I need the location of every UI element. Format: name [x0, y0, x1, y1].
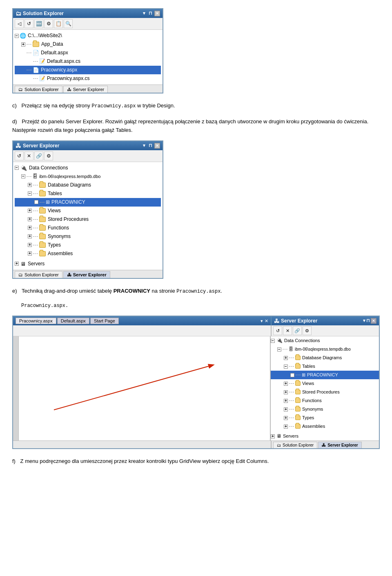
- dc-expander[interactable]: −: [15, 166, 19, 170]
- tab-server-1[interactable]: 🖧 Server Explorer: [63, 271, 110, 278]
- tree-functions-1[interactable]: + Functions: [15, 224, 161, 232]
- appdata-expander[interactable]: +: [21, 42, 25, 47]
- right-dc-exp[interactable]: −: [271, 339, 275, 343]
- tree-assemblies-1[interactable]: + Assemblies: [15, 249, 161, 258]
- right-tb-3[interactable]: 🔗: [293, 326, 302, 335]
- right-func-exp[interactable]: +: [284, 399, 288, 403]
- tree-pracownicy-1[interactable]: + ⊞ PRACOWNICY: [15, 198, 161, 207]
- right-tree-tables[interactable]: − Tables: [271, 362, 379, 371]
- toolbar-btn-2[interactable]: ↺: [24, 19, 33, 28]
- types-expander[interactable]: +: [28, 243, 32, 247]
- right-pin[interactable]: ▾: [363, 318, 365, 324]
- views-label: Views: [48, 207, 61, 215]
- step-f: f) Z menu podręcznego dla umieszczonej p…: [12, 457, 380, 466]
- right-tree-diagrams[interactable]: + Database Diagrams: [271, 354, 379, 362]
- tree-types-1[interactable]: + Types: [15, 241, 161, 249]
- editor-pin[interactable]: ✕: [265, 318, 268, 324]
- se-tb-btn-4[interactable]: ⚙: [44, 151, 53, 160]
- tab-sol-icon-1: 🗂: [18, 272, 23, 277]
- tree-ibm-conn-1[interactable]: − 🗄 ibm-06\sqlexpress.tempdb.dbo: [15, 172, 161, 181]
- right-tree-types[interactable]: + Types: [271, 414, 379, 422]
- tree-item-root[interactable]: − 🌐 C:\...\WebSite2\: [15, 31, 161, 40]
- tab-solution-explorer-1[interactable]: 🗂 Solution Explorer: [15, 86, 62, 93]
- pin-icon[interactable]: ▾: [142, 11, 147, 16]
- right-ibm-exp[interactable]: −: [277, 347, 281, 351]
- right-tree-syn[interactable]: + Synonyms: [271, 405, 379, 414]
- close-button-2[interactable]: ✕: [154, 143, 160, 149]
- right-views-exp[interactable]: +: [284, 382, 288, 386]
- right-syn-exp[interactable]: +: [284, 407, 288, 411]
- tab-sol-label-1: Solution Explorer: [24, 272, 59, 277]
- tree-synonyms-1[interactable]: + Synonyms: [15, 232, 161, 241]
- tree-db-diagrams-1[interactable]: + Database Diagrams: [15, 181, 161, 189]
- pracownicy-expander[interactable]: +: [34, 200, 38, 204]
- right-tab-srv[interactable]: 🖧 Server Explorer: [318, 442, 362, 448]
- right-folder-func: [295, 398, 301, 403]
- right-tree-asm[interactable]: + Assemblies: [271, 422, 379, 431]
- right-types-exp[interactable]: +: [284, 416, 288, 420]
- right-servers-icon: 🖥: [276, 432, 281, 440]
- tables-expander[interactable]: −: [28, 191, 32, 196]
- right-tree-servers[interactable]: + 🖥 Servers: [271, 432, 379, 440]
- se-tb-btn-1[interactable]: ↺: [15, 151, 24, 160]
- tree-item-pracownicy-aspx[interactable]: 📄 Pracownicy.aspx: [15, 66, 161, 74]
- root-expander[interactable]: −: [15, 34, 19, 38]
- right-tb-4[interactable]: ⚙: [303, 326, 312, 335]
- tree-stored-procs-1[interactable]: + Stored Procedures: [15, 215, 161, 224]
- step-e-code-line: Pracownicy.aspx.: [21, 301, 380, 310]
- views-expander[interactable]: +: [28, 209, 32, 213]
- right-diag-exp[interactable]: +: [284, 356, 288, 360]
- right-tb-1[interactable]: ↺: [273, 326, 282, 335]
- tree-tables-1[interactable]: − Tables: [15, 189, 161, 198]
- dock-icon[interactable]: ⊓: [147, 11, 154, 16]
- right-servers-exp[interactable]: +: [271, 434, 275, 438]
- toolbar-btn-5[interactable]: 📋: [54, 19, 63, 28]
- toolbar-btn-4[interactable]: ⚙: [44, 19, 53, 28]
- se-tb-btn-2[interactable]: ✕: [24, 151, 33, 160]
- right-dock[interactable]: ⊓: [366, 318, 370, 324]
- editor-tab-start[interactable]: Start Page: [90, 318, 119, 324]
- editor-tab-default[interactable]: Default.aspx: [57, 318, 89, 324]
- dbdiag-expander[interactable]: +: [28, 183, 32, 187]
- syn-expander[interactable]: +: [28, 234, 32, 238]
- tab-solution-1[interactable]: 🗂 Solution Explorer: [15, 271, 62, 278]
- editor-tab-pracownicy[interactable]: Pracownicy.aspx: [16, 318, 56, 324]
- servers-expander[interactable]: +: [15, 262, 19, 266]
- toolbar-btn-1[interactable]: ◁: [15, 19, 24, 28]
- ibm-expander[interactable]: −: [21, 174, 25, 178]
- right-tb-2[interactable]: ✕: [283, 326, 292, 335]
- default-cs-icon: 📝: [39, 58, 45, 65]
- right-sp-exp[interactable]: +: [284, 390, 288, 394]
- editor-close-x[interactable]: ▾: [261, 318, 263, 324]
- right-tree-dc[interactable]: − 🔌 Data Connections: [271, 336, 379, 345]
- tree-item-pracownicy-cs[interactable]: 📝 Pracownicy.aspx.cs: [15, 74, 161, 83]
- toolbar-btn-3[interactable]: 🆕: [34, 19, 43, 28]
- sp-expander[interactable]: +: [28, 217, 32, 221]
- server-explorer-toolbar-1: ↺ ✕ 🔗 ⚙: [13, 150, 163, 162]
- tree-data-connections-1[interactable]: − 🔌 Data Connections: [15, 164, 161, 172]
- right-prac-exp[interactable]: +: [290, 373, 294, 377]
- right-tree-pracownicy[interactable]: + ⊞ PRACOWNICY: [271, 371, 379, 379]
- right-tree-sp[interactable]: + Stored Procedures: [271, 388, 379, 396]
- asm-expander[interactable]: +: [28, 251, 32, 256]
- default-aspx-icon: 📄: [33, 49, 39, 57]
- tree-item-default-aspx[interactable]: 📄 Default.aspx: [15, 49, 161, 57]
- right-tree-func[interactable]: + Functions: [271, 396, 379, 405]
- tree-item-appdata[interactable]: + App_Data: [15, 40, 161, 49]
- toolbar-btn-6[interactable]: 🔍: [64, 19, 73, 28]
- tree-item-default-aspx-cs[interactable]: 📝 Default.aspx.cs: [15, 57, 161, 66]
- pin-icon-2[interactable]: ▾: [142, 143, 147, 149]
- close-button[interactable]: ✕: [154, 11, 160, 16]
- dock-icon-2[interactable]: ⊓: [147, 143, 154, 149]
- tab-server-explorer-1[interactable]: 🖧 Server Explorer: [63, 86, 108, 93]
- right-close[interactable]: ✕: [371, 318, 376, 324]
- func-expander[interactable]: +: [28, 226, 32, 230]
- right-tab-sol[interactable]: 🗂 Solution Explorer: [273, 442, 317, 448]
- se-tb-btn-3[interactable]: 🔗: [34, 151, 43, 160]
- right-tree-views[interactable]: + Views: [271, 379, 379, 388]
- right-asm-exp[interactable]: +: [284, 425, 288, 429]
- right-tree-ibm[interactable]: − 🗄 ibm-06\sqlexpress.tempdb.dbo: [271, 345, 379, 354]
- tree-servers-1[interactable]: + 🖥 Servers: [15, 260, 161, 268]
- tree-views-1[interactable]: + Views: [15, 207, 161, 215]
- right-tables-exp[interactable]: −: [284, 365, 288, 369]
